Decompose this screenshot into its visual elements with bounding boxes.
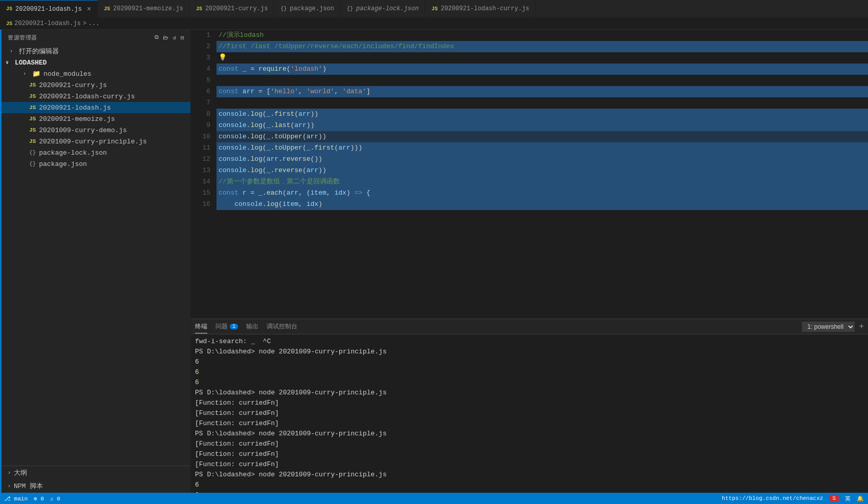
line-number: 5: [191, 75, 216, 86]
debug-tab-label: 调试控制台: [267, 322, 297, 331]
line-number: 3: [191, 52, 216, 64]
arrow-icon: ›: [8, 484, 11, 489]
terminal-tab-label: 终端: [195, 322, 207, 331]
sidebar-title: 资源管理器: [8, 34, 37, 41]
tab-label: package.json: [290, 5, 334, 12]
tab-close-icon[interactable]: ×: [87, 5, 91, 13]
line-content: console.log(arr.reverse()): [216, 154, 868, 165]
language-icon[interactable]: 英: [845, 495, 851, 502]
line-content: //演示lodash: [216, 30, 868, 41]
new-folder-icon[interactable]: 🗁: [163, 34, 169, 41]
line-content: //first /last /toUpper/reverse/each/incl…: [216, 41, 868, 52]
shell-selector[interactable]: 1: powershell: [802, 322, 855, 332]
terminal-line: PS D:\lodashed> node 20201009-curry-prin…: [195, 388, 864, 398]
add-terminal-icon[interactable]: +: [859, 322, 864, 331]
tab-package[interactable]: {} package.json: [274, 0, 340, 17]
terminal-toolbar-right: 1: powershell +: [802, 322, 864, 332]
sidebar-npm-scripts[interactable]: › NPM 脚本: [2, 479, 190, 493]
sidebar-item-label: node_modules: [44, 70, 92, 78]
terminal-line: 6: [195, 490, 864, 493]
terminal-line: [Function: curriedFn]: [195, 418, 864, 429]
line-number: 9: [191, 120, 216, 131]
line-number: 8: [191, 109, 216, 120]
code-editor[interactable]: 1 //演示lodash 2 //first /last /toUpper/re…: [191, 30, 868, 319]
git-branch[interactable]: ⎇ main: [4, 495, 28, 502]
line-content: console.log(_.last(arr)): [216, 120, 868, 131]
sidebar-item-package[interactable]: {} package.json: [2, 158, 190, 170]
terminal-line: [Function: curriedFn]: [195, 439, 864, 449]
sidebar-header: 资源管理器 ⧉ 🗁 ↺ ⊟: [2, 30, 190, 46]
line-content: console.log(item, idx): [216, 199, 868, 210]
lightbulb-icon: 💡: [219, 54, 227, 61]
sidebar-open-editors[interactable]: › 打开的编辑器: [2, 46, 190, 57]
sidebar-header-icons: ⧉ 🗁 ↺ ⊟: [155, 34, 184, 41]
js-icon: JS: [104, 6, 110, 12]
copy-icon[interactable]: ⧉: [155, 34, 159, 41]
js-icon: JS: [29, 116, 36, 122]
error-count[interactable]: ⊗ 0: [34, 495, 44, 502]
sidebar-root[interactable]: ∨ LODASHED: [2, 57, 190, 68]
tab-lodash-curry[interactable]: JS 20200921-lodash-curry.js: [425, 0, 536, 17]
terminal-line: PS D:\lodashed> node 20201009-curry-prin…: [195, 429, 864, 439]
tab-bar: JS 20200921-lodash.js × JS 20200921-memo…: [0, 0, 868, 18]
sidebar-item-curry-principle[interactable]: JS 20201009-curry-principle.js: [2, 136, 190, 147]
terminal-line: 6: [195, 377, 864, 388]
breadcrumb-file: 20200921-lodash.js: [14, 20, 81, 27]
tab-memoize[interactable]: JS 20200921-memoize.js: [98, 0, 190, 17]
js-icon: JS: [431, 6, 438, 12]
collapse-icon[interactable]: ⊟: [181, 34, 184, 41]
tab-label: 20200921-curry.js: [205, 5, 268, 12]
terminal-tab[interactable]: 终端: [195, 320, 207, 333]
open-editors-label: 打开的编辑器: [19, 47, 59, 56]
sidebar-item-lodash-curry[interactable]: JS 20200921-lodash-curry.js: [2, 91, 190, 102]
sidebar-item-label: 20200921-lodash.js: [39, 104, 111, 112]
js-icon: JS: [29, 127, 36, 133]
sidebar-item-curry[interactable]: JS 20200921-curry.js: [2, 79, 190, 91]
line-content: const _ = require('lodash'): [216, 64, 868, 75]
npm-label: NPM 脚本: [14, 481, 43, 491]
line-content: [216, 97, 868, 109]
sidebar-item-memoize[interactable]: JS 20200921-memoize.js: [2, 113, 190, 124]
tab-lodash[interactable]: JS 20200921-lodash.js ×: [0, 0, 98, 17]
sidebar-item-label: 20200921-lodash-curry.js: [39, 93, 135, 100]
line-number: 7: [191, 97, 216, 109]
sidebar-item-label: package.json: [39, 160, 87, 168]
output-tab[interactable]: 输出: [246, 320, 258, 333]
sidebar-bottom: › 大纲 › NPM 脚本: [2, 466, 190, 493]
sidebar-outline[interactable]: › 大纲: [2, 466, 190, 479]
line-content: console.log(_.reverse(arr)): [216, 165, 868, 176]
editor-terminal: 1 //演示lodash 2 //first /last /toUpper/re…: [191, 30, 868, 493]
line-number: 12: [191, 154, 216, 165]
code-line-3: 3 💡: [191, 52, 868, 64]
sidebar-item-lodash[interactable]: JS 20200921-lodash.js: [2, 102, 190, 113]
terminal-line: PS D:\lodashed> node 20201009-curry-prin…: [195, 347, 864, 357]
line-number: 4: [191, 64, 216, 75]
sougou-icon: S: [829, 495, 839, 502]
js-icon-bc: JS: [6, 21, 12, 27]
notification-icon[interactable]: 🔔: [857, 495, 864, 502]
outline-label: 大纲: [14, 468, 27, 477]
terminal-line: 6: [195, 367, 864, 377]
tab-package-lock[interactable]: {} package-lock.json: [341, 0, 425, 17]
sidebar-item-label: 20201009-curry-demo.js: [39, 127, 127, 134]
code-line-6: 6 const arr = ['hello', 'world', 'data']: [191, 86, 868, 97]
line-content: 💡: [216, 52, 868, 64]
warning-count[interactable]: ⚠ 0: [50, 495, 60, 502]
json-icon: {}: [29, 150, 36, 156]
sidebar-item-label: package-lock.json: [39, 149, 107, 157]
code-line-14: 14 //第一个参数是数组，第二个是回调函数: [191, 176, 868, 187]
sidebar-item-node-modules[interactable]: › 📁 node_modules: [2, 68, 190, 79]
line-number: 10: [191, 131, 216, 142]
debug-console-tab[interactable]: 调试控制台: [267, 320, 297, 333]
code-line-13: 13 console.log(_.reverse(arr)): [191, 165, 868, 176]
sidebar-item-package-lock[interactable]: {} package-lock.json: [2, 147, 190, 158]
sidebar-item-label: 20200921-curry.js: [39, 81, 107, 89]
terminal-body[interactable]: fwd-i-search: _ ^C PS D:\lodashed> node …: [191, 334, 868, 493]
tab-curry[interactable]: JS 20200921-curry.js: [190, 0, 274, 17]
problems-tab[interactable]: 问题 1: [215, 320, 238, 333]
refresh-icon[interactable]: ↺: [173, 34, 177, 41]
tab-label: 20200921-memoize.js: [113, 5, 183, 12]
code-line-9: 9 console.log(_.last(arr)): [191, 120, 868, 131]
sidebar-item-curry-demo[interactable]: JS 20201009-curry-demo.js: [2, 124, 190, 136]
line-number: 6: [191, 86, 216, 97]
